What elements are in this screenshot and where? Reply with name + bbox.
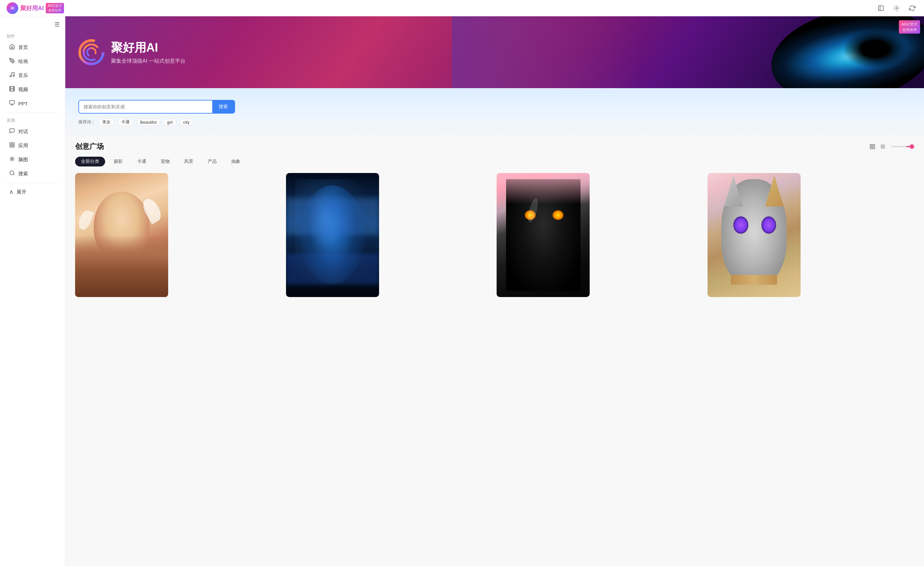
image-card-4[interactable] (708, 173, 801, 297)
svg-point-2 (896, 7, 897, 9)
svg-rect-20 (13, 145, 14, 147)
category-tabs: 全部分类 摄影 卡通 宠物 风景 产品 抽象 (75, 157, 914, 166)
sidebar-divider (5, 112, 60, 113)
image-card-3[interactable] (496, 173, 590, 297)
banner-overlay (452, 16, 924, 88)
header-actions (876, 3, 918, 13)
search-button[interactable]: 搜索 (212, 100, 234, 113)
mindmap-icon (9, 156, 15, 163)
expand-icon: ∧ (9, 188, 14, 196)
plaza-controls (868, 142, 914, 151)
draw-icon (9, 58, 15, 65)
sidebar-item-draw[interactable]: 绘画 (3, 54, 62, 69)
slider-track[interactable] (891, 146, 914, 147)
sidebar-item-mindmap[interactable]: 脑图 (3, 153, 62, 167)
cat-tab-all[interactable]: 全部分类 (75, 157, 105, 166)
suggestion-tag-3[interactable]: girl (164, 119, 176, 126)
banner-spiral-icon (78, 39, 105, 65)
suggestion-tag-4[interactable]: city (180, 119, 193, 126)
svg-point-21 (11, 158, 13, 160)
svg-rect-19 (10, 145, 11, 147)
image-card-1[interactable] (75, 173, 168, 297)
video-icon (9, 86, 15, 93)
sidebar-item-home[interactable]: 首页 (3, 40, 62, 54)
apps-icon (9, 142, 15, 150)
plaza-header: 创意广场 (75, 142, 914, 151)
content-wrapper: 聚好用AI 聚集全球顶级AI 一站式创意平台 AIGC官方 合作伙伴 搜索 推荐 (65, 16, 924, 304)
image-grid (75, 173, 914, 297)
app-header: AI 聚好用AI AIGC官方 合作伙伴 (0, 0, 924, 16)
sidebar-item-apps[interactable]: 应用 (3, 139, 62, 153)
sidebar-section-create: 创作 (0, 31, 65, 40)
suggestion-tag-1[interactable]: 卡通 (117, 118, 133, 126)
svg-line-26 (10, 157, 11, 158)
cat-tab-product[interactable]: 产品 (202, 157, 223, 166)
banner-subtitle: 聚集全球顶级AI 一站式创意平台 (111, 58, 186, 64)
sidebar-section-inspire: 灵感 (0, 115, 65, 125)
creative-plaza: 创意广场 (65, 135, 924, 304)
sidebar-item-chat[interactable]: 对话 (3, 125, 62, 139)
sidebar-item-search[interactable]: 搜索 (3, 167, 62, 181)
cat-tab-landscape[interactable]: 风景 (178, 157, 199, 166)
sidebar-label-expand: 展开 (16, 189, 27, 195)
svg-line-28 (13, 157, 14, 158)
settings-icon-button[interactable] (891, 3, 902, 13)
svg-rect-35 (870, 144, 872, 146)
svg-rect-36 (873, 144, 875, 146)
list-view-button[interactable] (878, 142, 887, 151)
logo-text: 聚好用AI (20, 4, 44, 12)
cat-tab-photo[interactable]: 摄影 (108, 157, 129, 166)
svg-rect-17 (10, 143, 11, 144)
music-icon (9, 72, 15, 79)
cat-tab-pet[interactable]: 宠物 (155, 157, 176, 166)
logo-icon: AI (6, 2, 18, 14)
sidebar-toggle[interactable]: ☰ (54, 21, 60, 28)
grid-toggle (868, 142, 887, 151)
search-suggestions: 推荐词： 美女 卡通 Beautiful girl city (78, 118, 911, 126)
sidebar-label-apps: 应用 (18, 143, 28, 149)
svg-point-3 (11, 60, 12, 61)
logo-area: AI 聚好用AI AIGC官方 合作伙伴 (6, 2, 64, 14)
plaza-title: 创意广场 (75, 142, 104, 151)
banner-aigc-badge: AIGC官方 合作伙伴 (899, 20, 920, 34)
sidebar-label-video: 视频 (18, 87, 28, 93)
sidebar-label-chat: 对话 (18, 129, 28, 135)
svg-point-4 (10, 75, 11, 77)
suggestion-tag-2[interactable]: Beautiful (136, 119, 160, 126)
cat-tab-cartoon[interactable]: 卡通 (131, 157, 152, 166)
svg-point-30 (10, 171, 14, 175)
sidebar-label-draw: 绘画 (18, 58, 28, 64)
refresh-icon-button[interactable] (907, 3, 918, 13)
cat-tab-abstract[interactable]: 抽象 (225, 157, 246, 166)
svg-rect-18 (13, 143, 14, 144)
sidebar-label-search: 搜索 (18, 171, 28, 177)
image-card-2[interactable] (286, 173, 379, 297)
svg-line-31 (13, 174, 14, 175)
sidebar-item-ppt[interactable]: PPT (3, 97, 62, 111)
sidebar-label-mindmap: 脑图 (18, 157, 28, 163)
book-icon-button[interactable] (876, 3, 886, 13)
search-nav-icon (9, 170, 15, 178)
svg-line-27 (13, 160, 14, 161)
size-slider (891, 146, 914, 147)
sidebar-item-music[interactable]: 音乐 (3, 69, 62, 82)
search-input[interactable] (79, 100, 212, 113)
sidebar-item-expand[interactable]: ∧ 展开 (3, 185, 62, 199)
svg-point-5 (13, 75, 14, 77)
sidebar-item-video[interactable]: 视频 (3, 82, 62, 97)
suggestion-tag-0[interactable]: 美女 (99, 118, 114, 126)
ppt-icon (9, 100, 15, 107)
sidebar: ☰ 创作 首页 绘画 音乐 视频 (0, 16, 65, 566)
content-area: 聚好用AI 聚集全球顶级AI 一站式创意平台 AIGC官方 合作伙伴 搜索 推荐 (65, 16, 924, 566)
sidebar-divider-2 (5, 183, 60, 183)
sidebar-label-music: 音乐 (18, 72, 28, 79)
banner-logo-area: 聚好用AI 聚集全球顶级AI 一站式创意平台 (78, 39, 186, 65)
home-icon (9, 44, 15, 51)
search-section: 搜索 推荐词： 美女 卡通 Beautiful girl city (65, 88, 924, 135)
sidebar-label-home: 首页 (18, 44, 28, 51)
banner-eye-bg (452, 16, 924, 88)
grid-view-button[interactable] (868, 142, 877, 151)
aigc-badge: AIGC官方 合作伙伴 (46, 3, 64, 13)
banner-text: 聚好用AI 聚集全球顶级AI 一站式创意平台 (111, 40, 186, 64)
hero-banner: 聚好用AI 聚集全球顶级AI 一站式创意平台 AIGC官方 合作伙伴 (65, 16, 924, 88)
